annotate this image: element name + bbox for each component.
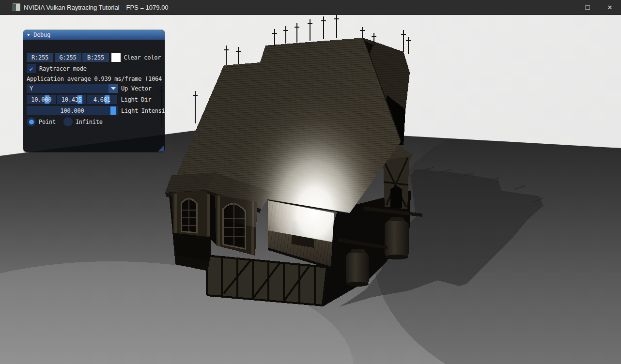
radio-infinite[interactable] [63,117,73,126]
light-dir-y-value: 10.435 [62,96,82,103]
light-dir-x-value: 10.000 [31,96,51,103]
clear-color-label: Clear color [124,54,161,61]
fps-counter: FPS = 1079.00 [126,4,169,11]
raytracer-label: Raytracer mode [39,65,87,72]
resize-grip[interactable] [158,145,164,152]
light-intensity-slider[interactable]: 100.000 [27,106,118,115]
maximize-button[interactable]: □ [576,0,599,15]
red-value-button[interactable]: R:255 [27,53,53,62]
close-button[interactable]: ✕ [599,0,621,15]
clear-color-swatch[interactable] [111,53,121,62]
radio-point[interactable] [27,117,36,126]
render-viewport[interactable]: ▼ Debug R:255 G:255 B:255 Clear color ✔ … [0,15,621,364]
app-window: NVIDIA Vulkan Raytracing Tutorial FPS = … [0,0,621,364]
combo-arrow-button[interactable] [109,84,118,93]
up-vector-label: Up Vector [121,85,152,92]
light-dir-z-value: 4.681 [93,96,110,103]
lantern [385,221,409,258]
window-controls: — □ ✕ [554,0,621,15]
green-value-button[interactable]: G:255 [55,53,81,62]
titlebar: NVIDIA Vulkan Raytracing Tutorial FPS = … [0,0,621,15]
up-vector-combo[interactable]: Y [27,84,118,93]
radio-infinite-label: Infinite [76,119,103,125]
minimize-button[interactable]: — [554,0,576,15]
blue-value-button[interactable]: B:255 [82,53,109,62]
light-dir-y-slider[interactable]: 10.435 [57,95,87,104]
light-intensity-label: Light Intensi [121,107,165,114]
light-dir-label: Light Dir [121,96,152,103]
collapse-arrow-icon[interactable]: ▼ [27,32,30,37]
panel-title: Debug [33,31,50,38]
debug-panel: ▼ Debug R:255 G:255 B:255 Clear color ✔ … [23,30,165,152]
check-icon: ✔ [29,65,33,73]
maximize-icon: □ [585,3,590,11]
combo-value: Y [30,85,33,92]
debug-panel-header[interactable]: ▼ Debug [23,30,165,40]
slider-grab[interactable] [110,106,116,115]
radio-point-label: Point [39,119,56,125]
raytracer-checkbox[interactable]: ✔ [27,64,36,73]
light-intensity-value: 100.000 [61,107,84,114]
minimize-icon: — [562,4,569,11]
close-icon: ✕ [607,4,613,11]
window-title: NVIDIA Vulkan Raytracing Tutorial [24,4,120,11]
lantern [346,253,369,285]
chevron-down-icon [111,87,116,90]
debug-panel-body: R:255 G:255 B:255 Clear color ✔ Raytrace… [23,40,165,152]
app-icon[interactable] [13,3,20,11]
light-dir-z-slider[interactable]: 4.681 [87,95,117,104]
light-dir-x-slider[interactable]: 10.000 [27,95,56,104]
frame-stats-text: Application average 0.939 ms/frame (1064 [27,76,162,82]
